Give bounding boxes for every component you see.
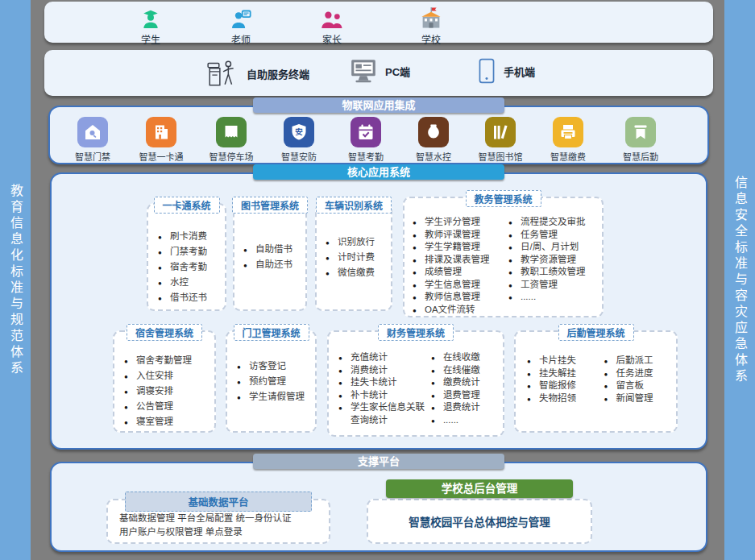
teacher-icon xyxy=(215,6,267,31)
iot-water-label: 智慧水控 xyxy=(404,150,463,163)
list-item: 微信缴费 xyxy=(326,265,391,280)
svg-text:安: 安 xyxy=(295,127,303,136)
users-panel: 学生 老师 家长 xyxy=(44,2,713,43)
iot-water: 智慧水控 xyxy=(404,117,463,163)
terminal-pc-label: PC端 xyxy=(385,64,410,79)
list-item: 自助借书 xyxy=(243,242,305,257)
iot-banner: 物联网应用集成 xyxy=(253,97,504,113)
list-item: 学生学籍管理 xyxy=(413,241,508,254)
list-item: ...... xyxy=(508,291,602,304)
base-data-platform-title: 基础数据平台 xyxy=(125,492,312,512)
list-item: 退费管理 xyxy=(431,389,503,402)
list-item: 补卡统计 xyxy=(338,389,431,402)
list-item: 失物招领 xyxy=(527,392,604,405)
list-item: 充值统计 xyxy=(338,351,431,364)
list-item: 智能报修 xyxy=(527,380,604,392)
list-item: 缴费统计 xyxy=(431,376,503,389)
list-item: 任务进度 xyxy=(604,367,676,380)
list-item: 流程提交及审批 xyxy=(508,216,602,229)
iot-logistics: 智慧后勤 xyxy=(612,117,670,163)
system-gate-title: 门卫管理系统 xyxy=(233,324,309,341)
system-library-title: 图书管理系统 xyxy=(232,197,308,214)
base-platform-line1: 基础数据管理 平台全局配置 统一身份认证 xyxy=(119,512,319,525)
left-standards-label: 教育信息化标准与规范体系 xyxy=(6,184,25,377)
system-finance-title: 财务管理系统 xyxy=(378,324,454,341)
system-logistics-col1: 卡片挂失挂失解挂智能报修失物招领 xyxy=(527,355,604,404)
list-item: 识别放行 xyxy=(326,234,391,250)
kiosk-icon xyxy=(205,58,239,89)
diagram-content: 学生 老师 家长 xyxy=(44,0,713,560)
system-onecard: 一卡通系统 刷卡消费门禁考勤宿舍考勤水控借书还书 xyxy=(147,203,226,311)
list-item: 宿舍考勤管理 xyxy=(124,353,214,368)
system-finance-col2: 在线收缴在线催缴缴费统计退费管理退费统计...... xyxy=(431,351,503,426)
user-teacher: 老师 xyxy=(215,6,267,46)
system-dorm-list: 宿舍考勤管理入住安排调寝安排公告管理寝室管理 xyxy=(124,353,214,429)
system-vehicle: 车辆识别系统 识别放行计时计费微信缴费 xyxy=(315,203,392,311)
list-item: 计时计费 xyxy=(326,250,391,265)
iot-library: 智慧图书馆 xyxy=(471,117,529,163)
list-item: 寝室管理 xyxy=(124,414,214,429)
list-item: 新闻管理 xyxy=(604,392,676,405)
list-item: 工资管理 xyxy=(508,279,602,292)
security-icon: 安 xyxy=(284,117,314,147)
logistics-icon xyxy=(625,117,656,147)
terminal-mobile-label: 手机端 xyxy=(504,64,535,79)
system-finance-col1: 充值统计消费统计挂失卡统计补卡统计学生家长信息关联查询统计 xyxy=(338,351,431,426)
system-onecard-title: 一卡通系统 xyxy=(153,197,219,214)
terminal-kiosk-label: 自助服务终端 xyxy=(247,66,309,81)
list-item: 预约管理 xyxy=(237,374,315,389)
list-item: 访客登记 xyxy=(237,359,315,374)
user-parents: 家长 xyxy=(306,6,358,46)
school-admin-content: 智慧校园平台总体把控与管理 xyxy=(368,500,591,542)
system-dorm-title: 宿舍管理系统 xyxy=(127,324,202,341)
list-item: 教师评课管理 xyxy=(413,229,508,242)
list-item: 留言板 xyxy=(604,380,676,392)
list-item: 挂失卡统计 xyxy=(338,376,431,389)
list-item: 挂失解挂 xyxy=(527,367,604,380)
list-item: 宿舍考勤 xyxy=(158,259,225,275)
payment-icon xyxy=(553,117,583,147)
list-item: 刷卡消费 xyxy=(158,229,225,244)
terminal-mobile: 手机端 xyxy=(477,58,535,84)
right-standards-bar: 信息安全标准与容灾应急体系 xyxy=(724,0,755,560)
list-item: 退费统计 xyxy=(431,401,503,414)
list-item: 在线收缴 xyxy=(431,351,503,364)
terminal-kiosk: 自助服务终端 xyxy=(205,58,309,89)
school-admin-header: 学校总后台管理 xyxy=(386,479,573,498)
system-vehicle-title: 车辆识别系统 xyxy=(316,197,392,214)
user-student-label: 学生 xyxy=(125,32,176,46)
terminals-panel: 自助服务终端 PC端 手机端 xyxy=(44,50,713,96)
list-item: 门禁考勤 xyxy=(158,244,225,259)
iot-door-access: 智慧门禁 xyxy=(64,117,122,163)
desktop-icon xyxy=(349,58,378,84)
list-item: 学生信息管理 xyxy=(413,279,508,292)
water-icon xyxy=(418,117,449,147)
system-academic: 教务管理系统 学生评分管理教师评课管理学生学籍管理排课及课表管理成绩管理学生信息… xyxy=(403,197,604,317)
list-item: 水控 xyxy=(158,275,225,290)
list-item: 教学资源管理 xyxy=(508,254,602,267)
parking-icon xyxy=(216,117,247,147)
system-academic-title: 教务管理系统 xyxy=(465,190,541,207)
iot-onecard-label: 智慧一卡通 xyxy=(132,150,190,163)
user-school: 学校 xyxy=(405,6,457,46)
list-item: 后勤派工 xyxy=(604,355,676,367)
system-dorm: 宿舍管理系统 宿舍考勤管理入住安排调寝安排公告管理寝室管理 xyxy=(113,330,216,433)
list-item: 学生家长信息关联查询统计 xyxy=(338,401,431,426)
list-item: 排课及课表管理 xyxy=(413,254,508,267)
system-logistics-col2: 后勤派工任务进度留言板新闻管理 xyxy=(604,355,676,404)
list-item: 教师信息管理 xyxy=(413,291,508,304)
right-standards-label: 信息安全标准与容灾应急体系 xyxy=(730,176,749,385)
attendance-icon xyxy=(351,117,381,147)
iot-attendance: 智慧考勤 xyxy=(337,117,395,163)
system-finance: 财务管理系统 充值统计消费统计挂失卡统计补卡统计学生家长信息关联查询统计 在线收… xyxy=(327,330,504,437)
list-item: 教职工绩效管理 xyxy=(508,266,602,279)
library-icon xyxy=(485,117,516,147)
core-panel: 一卡通系统 刷卡消费门禁考勤宿舍考勤水控借书还书 图书管理系统 自助借书自助还书… xyxy=(50,172,707,450)
iot-parking: 智慧停车场 xyxy=(202,117,260,163)
user-student: 学生 xyxy=(125,6,176,46)
support-banner: 支撑平台 xyxy=(253,454,504,469)
iot-security: 安 智慧安防 xyxy=(270,117,328,163)
iot-panel: 智慧门禁 智慧一卡通 智慧停车场 xyxy=(48,106,709,164)
system-library: 图书管理系统 自助借书自助还书 xyxy=(233,203,307,311)
onecard-icon xyxy=(146,117,176,147)
